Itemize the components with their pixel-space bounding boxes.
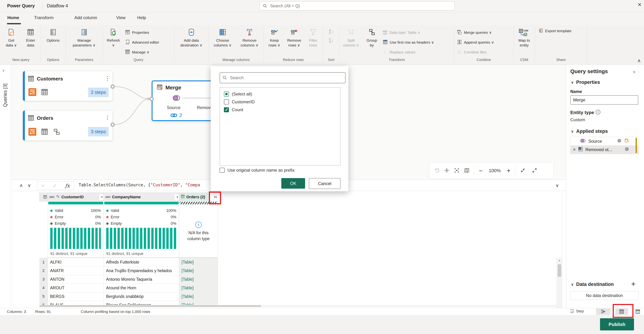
horizontal-scrollbar[interactable] <box>39 305 556 307</box>
zoom-in-icon[interactable]: + <box>507 168 510 174</box>
applied-step-source[interactable]: Source <box>570 137 638 145</box>
options-button[interactable]: Options <box>43 27 63 43</box>
query-node-orders[interactable]: Orders ⋮ 3 steps <box>23 110 113 141</box>
table-row[interactable]: 5 BERGS Berglunds snabbköp [Table] <box>39 292 218 301</box>
add-data-destination-button[interactable]: Add data destination ∨ <box>176 27 206 48</box>
manage-button[interactable]: Manage ∨ <box>125 48 159 57</box>
step-label-removed[interactable]: Remov <box>197 105 210 110</box>
input-port-merge[interactable] <box>150 97 154 101</box>
scrollbar-thumb[interactable] <box>558 264 561 277</box>
enter-data-button[interactable]: Enter data <box>22 27 40 48</box>
queries-pane-label[interactable]: Queries [3] <box>2 84 8 107</box>
query-node-customers[interactable]: Customers ⋮ 2 steps <box>23 71 113 101</box>
tab-view[interactable]: View <box>116 15 126 20</box>
column-header-customerid[interactable]: ABC CustomerID ▼ <box>48 192 107 202</box>
ok-button[interactable]: OK <box>281 178 305 189</box>
table-link[interactable]: [Table] <box>179 266 218 275</box>
advanced-editor-button[interactable]: Advanced editor <box>125 38 159 47</box>
tab-transform[interactable]: Transform <box>34 15 54 20</box>
close-icon[interactable]: × <box>638 2 642 8</box>
expand-column-button[interactable] <box>210 192 221 202</box>
scroll-up-icon[interactable]: ▲ <box>557 259 562 262</box>
cancel-button[interactable]: Cancel <box>309 178 340 189</box>
checklist-item-count[interactable]: Count <box>220 106 340 114</box>
info-icon[interactable]: i <box>596 110 600 114</box>
table-row[interactable]: 4 AROUT Around the Horn [Table] <box>39 284 218 292</box>
gear-icon[interactable] <box>617 138 622 144</box>
collapse-ribbon-icon[interactable]: ∧ <box>638 58 641 64</box>
dialog-search[interactable] <box>220 72 346 83</box>
append-queries-button[interactable]: Append queries ∨ <box>457 38 494 47</box>
use-first-row-as-headers-button[interactable]: Use first row as headers ∨ <box>382 38 434 47</box>
expand-all-icon[interactable] <box>532 168 537 174</box>
query-name-field[interactable] <box>570 95 638 104</box>
tab-home[interactable]: Home <box>7 15 19 20</box>
formula-input[interactable]: Table.SelectColumns(Source, {"CustomerID… <box>79 182 200 187</box>
quality-bar-customerid[interactable] <box>48 201 104 205</box>
remove-columns-button[interactable]: Remove columns ∨ <box>237 27 262 48</box>
status-profiling-note[interactable]: Column profiling based on top 1,000 rows <box>81 310 150 314</box>
table-row[interactable]: 2 ANATR Ana Trujillo Emparedados y helad… <box>39 266 218 275</box>
get-data-button[interactable]: Get data ∨ <box>2 27 20 48</box>
node-menu-icon[interactable]: ⋮ <box>105 115 110 120</box>
merge-queries-button[interactable]: Merge queries ∨ <box>457 28 494 37</box>
collapse-panel-icon[interactable]: › <box>633 68 635 75</box>
output-port-customers[interactable] <box>110 84 115 89</box>
choose-columns-button[interactable]: Choose columns ∨ <box>210 27 235 48</box>
scrollbar-thumb[interactable] <box>39 305 261 307</box>
checkbox[interactable] <box>224 92 229 96</box>
checkbox[interactable] <box>224 107 229 112</box>
node-menu-icon[interactable]: ⋮ <box>105 76 110 81</box>
applied-steps-section-header[interactable]: ∨ Applied steps <box>571 128 608 134</box>
tab-help[interactable]: Help <box>137 15 146 20</box>
map-to-entity-button[interactable]: CDM Map to entity <box>514 27 534 48</box>
data-destination-section-header[interactable]: ∨ Data destination <box>571 282 614 287</box>
value-distribution-histogram[interactable] <box>50 228 101 249</box>
global-search[interactable] <box>260 2 454 10</box>
previous-step-icon[interactable]: ∧ <box>20 183 23 188</box>
expand-queries-icon[interactable]: › <box>2 67 4 74</box>
refresh-button[interactable]: Refresh ∨ <box>104 27 122 48</box>
dialog-search-input[interactable] <box>230 75 343 80</box>
zoom-out-icon[interactable]: − <box>479 168 483 174</box>
output-port-orders[interactable] <box>110 122 115 127</box>
table-row[interactable]: 6 BLAUS Blauer See Delikatessen [Table] <box>39 301 218 305</box>
fit-to-screen-icon[interactable] <box>454 168 460 174</box>
publish-button[interactable]: Publish <box>600 318 634 330</box>
mini-map-icon[interactable] <box>464 168 470 174</box>
export-template-button[interactable]: Export template <box>538 27 572 35</box>
table-row[interactable]: 3 ANTON Antonio Moreno Taquería [Table] <box>39 275 218 284</box>
steps-badge[interactable]: 2 steps <box>88 88 108 97</box>
column-header-orders[interactable]: Orders (2) <box>179 192 213 202</box>
table-link[interactable]: [Table] <box>179 284 218 292</box>
step-label-source[interactable]: Source <box>167 105 180 110</box>
data-view-toggle[interactable] <box>615 308 628 315</box>
delete-step-icon[interactable]: × <box>573 147 576 152</box>
table-link[interactable]: [Table] <box>179 301 218 305</box>
table-link[interactable]: [Table] <box>179 275 218 284</box>
data-destination-icon[interactable] <box>624 138 630 144</box>
steps-badge[interactable]: 3 steps <box>88 127 108 136</box>
schema-view-toggle[interactable] <box>632 308 643 315</box>
zoom-level[interactable]: 100% <box>489 168 501 174</box>
collapse-all-icon[interactable] <box>520 168 526 174</box>
expand-formula-bar-icon[interactable]: ∨ <box>556 183 559 188</box>
next-step-icon[interactable]: ∨ <box>28 183 31 188</box>
applied-step-removed-other-columns[interactable]: × Removed ot... <box>570 145 638 154</box>
add-destination-icon[interactable]: + <box>631 281 636 287</box>
keep-rows-button[interactable]: Keep rows ∨ <box>266 27 283 48</box>
pan-icon[interactable] <box>444 168 450 174</box>
search-input[interactable] <box>270 4 452 8</box>
prefix-option[interactable]: Use original column name as prefix <box>220 168 294 173</box>
group-by-button[interactable]: Group by <box>363 27 380 48</box>
properties-button[interactable]: Properties <box>125 28 159 37</box>
table-row[interactable]: 1 ALFKI Alfreds Futterkiste [Table] <box>39 258 218 266</box>
column-header-companyname[interactable]: ABC CompanyName ▼ <box>104 192 182 202</box>
manage-parameters-button[interactable]: Manage parameters ∨ <box>69 27 100 48</box>
diagram-view-toggle[interactable] <box>596 308 610 315</box>
quality-bar-companyname[interactable] <box>104 201 180 205</box>
properties-section-header[interactable]: ∨ Properties <box>571 80 600 85</box>
checkbox[interactable] <box>220 168 224 173</box>
value-distribution-histogram[interactable] <box>106 228 176 249</box>
tab-add-column[interactable]: Add column <box>74 15 97 20</box>
